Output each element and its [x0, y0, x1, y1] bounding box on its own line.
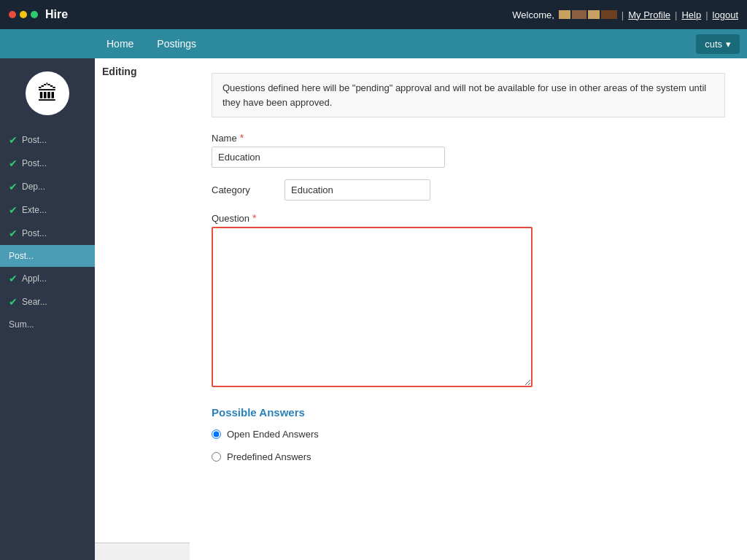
question-form-group: Question *	[212, 212, 725, 387]
sidebar-label-6: Appl...	[22, 273, 47, 284]
sidebar-label-2: Dep...	[22, 182, 45, 192]
sidebar-label-4: Post...	[22, 228, 47, 238]
sidebar: 🏛 ✔ Post... ✔ Post... ✔ Dep... ✔ Exte...…	[0, 58, 95, 560]
sidebar-label-3: Exte...	[22, 205, 47, 215]
name-form-group: Name *	[212, 132, 725, 168]
maximize-dot[interactable]	[31, 11, 38, 18]
sidebar-label-8: Sum...	[9, 319, 34, 330]
check-icon-3: ✔	[9, 204, 18, 216]
category-label: Category	[212, 184, 270, 195]
check-icon-6: ✔	[9, 273, 18, 284]
open-ended-option[interactable]: Open Ended Answers	[212, 429, 725, 440]
help-link[interactable]: Help	[681, 9, 701, 20]
logout-link[interactable]: logout	[713, 9, 738, 20]
sidebar-item-1[interactable]: ✔ Post...	[0, 152, 95, 175]
modal-dialog: Questions defined here will be "pending"…	[190, 58, 747, 560]
check-icon-1: ✔	[9, 158, 18, 169]
sidebar-item-3[interactable]: ✔ Exte...	[0, 198, 95, 222]
user-avatar	[559, 10, 617, 19]
logo-area: 🏛	[0, 66, 95, 121]
name-label: Name *	[212, 132, 725, 144]
question-required-star: *	[252, 212, 256, 224]
window-controls	[9, 11, 38, 18]
sidebar-item-7[interactable]: ✔ Sear...	[0, 290, 95, 314]
open-ended-label: Open Ended Answers	[227, 429, 319, 440]
sidebar-item-6[interactable]: ✔ Appl...	[0, 267, 95, 290]
sidebar-label-1: Post...	[22, 158, 47, 168]
question-label: Question *	[212, 212, 725, 224]
sidebar-label-7: Sear...	[22, 297, 47, 307]
sidebar-label-0: Post...	[22, 135, 47, 145]
answers-radio-group: Open Ended Answers Predefined Answers	[212, 429, 725, 462]
check-icon-0: ✔	[9, 134, 18, 146]
sidebar-label-5: Post...	[9, 251, 34, 261]
sidebar-item-2[interactable]: ✔ Dep...	[0, 175, 95, 198]
top-nav-right: Welcome, | My Profile | Help | logout	[512, 9, 738, 20]
question-textarea[interactable]	[212, 227, 533, 387]
category-input[interactable]	[285, 179, 430, 201]
name-required-star: *	[240, 132, 244, 144]
nav-home[interactable]: Home	[95, 29, 145, 58]
sidebar-item-4[interactable]: ✔ Post...	[0, 222, 95, 245]
content-area: Editing Next >> . A pop up roved search …	[95, 58, 747, 560]
nav-postings[interactable]: Postings	[145, 29, 208, 58]
name-input[interactable]	[212, 147, 445, 168]
predefined-label: Predefined Answers	[227, 451, 311, 462]
shortcuts-button[interactable]: cuts ▾	[696, 34, 740, 54]
predefined-option[interactable]: Predefined Answers	[212, 451, 725, 462]
sidebar-item-0[interactable]: ✔ Post...	[0, 128, 95, 152]
open-ended-radio[interactable]	[212, 429, 221, 439]
second-navigation: Home Postings cuts ▾	[0, 29, 747, 58]
main-area: 🏛 ✔ Post... ✔ Post... ✔ Dep... ✔ Exte...…	[0, 58, 747, 560]
welcome-text: Welcome,	[512, 9, 554, 20]
my-profile-link[interactable]: My Profile	[628, 9, 670, 20]
check-icon-7: ✔	[9, 296, 18, 308]
check-icon-2: ✔	[9, 181, 18, 192]
possible-answers-title: Possible Answers	[212, 406, 725, 419]
check-icon-4: ✔	[9, 228, 18, 239]
category-row: Category	[212, 179, 725, 201]
modal-notice: Questions defined here will be "pending"…	[212, 73, 725, 117]
predefined-radio[interactable]	[212, 452, 221, 462]
sidebar-item-8[interactable]: Sum...	[0, 314, 95, 335]
minimize-dot[interactable]	[20, 11, 27, 18]
chevron-down-icon: ▾	[726, 39, 731, 50]
nav-right: cuts ▾	[696, 34, 740, 54]
top-navigation: Hire Welcome, | My Profile | Help | logo…	[0, 0, 747, 29]
app-title: Hire	[45, 8, 68, 21]
close-dot[interactable]	[9, 11, 16, 18]
app-logo: 🏛	[26, 71, 69, 115]
sidebar-item-5-active[interactable]: Post...	[0, 245, 95, 267]
